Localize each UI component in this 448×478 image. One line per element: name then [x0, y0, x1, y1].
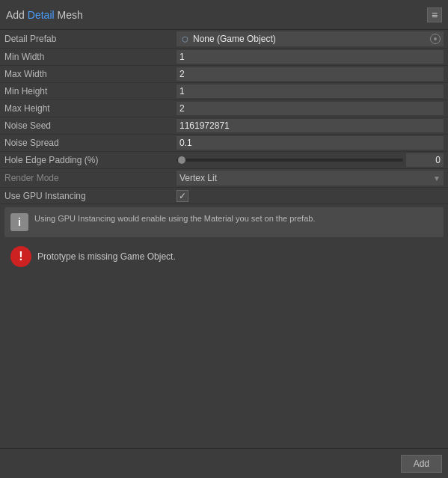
max-height-label: Max Height: [4, 103, 177, 114]
bottom-bar: Add: [0, 448, 448, 478]
max-height-row: Max Height: [0, 100, 448, 117]
noise-seed-input[interactable]: [177, 119, 444, 132]
render-mode-row: Render Mode Vertex Lit ▼: [0, 169, 448, 188]
prefab-select-button[interactable]: [430, 34, 441, 44]
min-height-input[interactable]: [177, 85, 444, 98]
cube-icon: ⬡: [179, 34, 190, 44]
info-icon: i: [10, 213, 28, 231]
error-text: Prototype is missing Game Object.: [37, 251, 176, 262]
min-width-label: Min Width: [4, 52, 177, 62]
max-height-input[interactable]: [177, 102, 444, 115]
prefab-value-inner: ⬡ None (Game Object): [179, 34, 276, 44]
error-icon: !: [10, 246, 31, 267]
detail-prefab-row: Detail Prefab ⬡ None (Game Object): [0, 30, 448, 49]
slider-value-input[interactable]: [406, 153, 444, 167]
dialog-header: Add Detail Mesh ≡: [0, 0, 448, 30]
noise-seed-label: Noise Seed: [4, 120, 177, 131]
noise-spread-row: Noise Spread: [0, 135, 448, 152]
max-width-row: Max Width: [0, 66, 448, 83]
menu-button[interactable]: ≡: [427, 7, 442, 22]
info-box: i Using GPU Instancing would enable usin…: [4, 207, 444, 237]
dialog-title: Add Detail Mesh: [6, 9, 83, 21]
hole-edge-padding-row: Hole Edge Padding (%): [0, 152, 448, 169]
noise-seed-row: Noise Seed: [0, 117, 448, 135]
min-height-label: Min Height: [4, 86, 177, 96]
info-text: Using GPU Instancing would enable using …: [34, 213, 315, 224]
add-button[interactable]: Add: [401, 455, 442, 473]
gpu-instancing-checkbox[interactable]: ✓: [177, 190, 188, 202]
render-mode-label: Render Mode: [4, 173, 177, 183]
gpu-instancing-label: Use GPU Instancing: [4, 191, 177, 201]
prefab-name-text: None (Game Object): [193, 34, 276, 44]
min-height-row: Min Height: [0, 83, 448, 100]
slider-track[interactable]: [177, 159, 403, 162]
error-box: ! Prototype is missing Game Object.: [4, 240, 444, 273]
min-width-row: Min Width: [0, 49, 448, 66]
render-mode-select[interactable]: Vertex Lit ▼: [177, 171, 444, 186]
dropdown-arrow-icon: ▼: [433, 174, 441, 183]
hole-edge-padding-label: Hole Edge Padding (%): [4, 155, 177, 165]
slider-container: [177, 153, 444, 167]
slider-thumb[interactable]: [178, 156, 185, 164]
properties-panel: Detail Prefab ⬡ None (Game Object) Min W…: [0, 30, 448, 273]
detail-prefab-value[interactable]: ⬡ None (Game Object): [177, 31, 444, 46]
min-width-input[interactable]: [177, 50, 444, 64]
title-highlight: Detail: [28, 9, 55, 21]
max-width-label: Max Width: [4, 69, 177, 79]
gpu-instancing-row: Use GPU Instancing ✓: [0, 188, 448, 204]
detail-prefab-label: Detail Prefab: [4, 34, 177, 44]
noise-spread-label: Noise Spread: [4, 138, 177, 148]
noise-spread-input[interactable]: [177, 136, 444, 150]
render-mode-value: Vertex Lit: [179, 173, 217, 183]
max-width-input[interactable]: [177, 67, 444, 81]
